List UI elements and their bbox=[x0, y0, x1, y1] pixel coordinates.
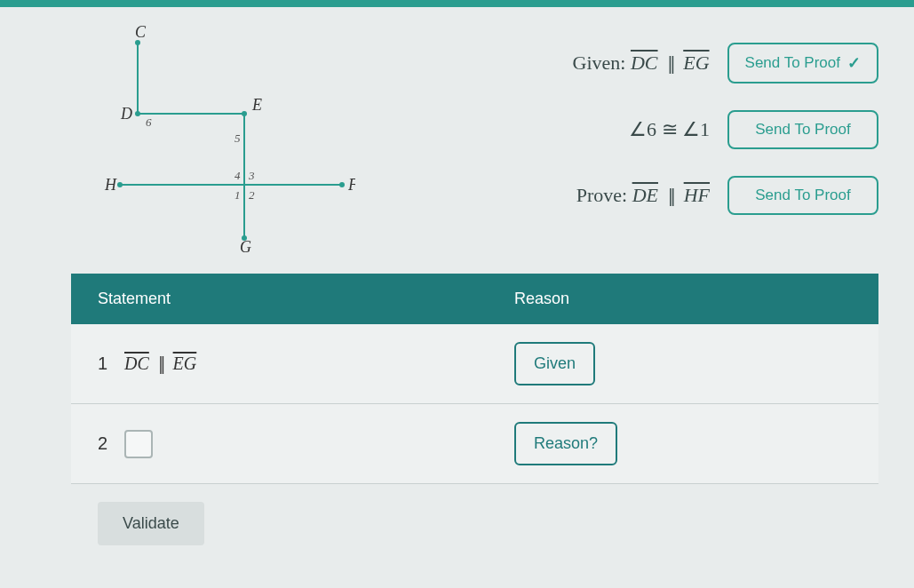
header-reason: Reason bbox=[514, 290, 852, 308]
givens-panel: Given: DC || EG Send To Proof ✓ ∠6 ≅ ∠1 … bbox=[391, 25, 878, 256]
reason-button-given[interactable]: Given bbox=[514, 342, 595, 385]
angle-1: 1 bbox=[234, 188, 241, 202]
prove-text: Prove: DE || HF bbox=[391, 184, 710, 207]
top-accent-bar bbox=[0, 0, 914, 7]
table-row: 1 DC || EG Given bbox=[71, 324, 878, 404]
row-statement-empty[interactable] bbox=[124, 430, 514, 458]
row-number: 2 bbox=[98, 433, 124, 454]
send-to-proof-button-2[interactable]: Send To Proof bbox=[727, 110, 878, 149]
prove-row: Prove: DE || HF Send To Proof bbox=[391, 176, 878, 215]
point-g: G bbox=[240, 238, 251, 256]
reason-button-empty[interactable]: Reason? bbox=[514, 422, 617, 465]
angle-3: 3 bbox=[248, 169, 255, 182]
given-row-1: Given: DC || EG Send To Proof ✓ bbox=[391, 43, 878, 83]
table-header: Statement Reason bbox=[71, 274, 878, 324]
angle-5: 5 bbox=[234, 131, 241, 145]
svg-point-9 bbox=[339, 182, 345, 187]
row-number: 1 bbox=[98, 354, 124, 374]
send-to-proof-button-1[interactable]: Send To Proof ✓ bbox=[727, 43, 878, 83]
header-statement: Statement bbox=[98, 290, 514, 308]
angle-4: 4 bbox=[234, 169, 241, 182]
table-row: 2 Reason? bbox=[71, 404, 878, 484]
given-2-text: ∠6 ≅ ∠1 bbox=[391, 118, 710, 141]
validate-button[interactable]: Validate bbox=[98, 502, 204, 545]
point-f: F bbox=[347, 176, 355, 194]
check-icon: ✓ bbox=[847, 53, 861, 73]
point-d: D bbox=[120, 105, 132, 123]
send-to-proof-button-3[interactable]: Send To Proof bbox=[727, 176, 878, 215]
angle-2: 2 bbox=[249, 188, 255, 202]
point-h: H bbox=[104, 176, 117, 194]
upper-section: C D E H F G 6 5 4 3 1 2 Given: DC || EG … bbox=[0, 7, 914, 274]
svg-point-3 bbox=[135, 111, 140, 116]
given-1-text: Given: DC || EG bbox=[391, 52, 710, 75]
proof-table: Statement Reason 1 DC || EG Given 2 Reas… bbox=[71, 274, 878, 484]
given-row-2: ∠6 ≅ ∠1 Send To Proof bbox=[391, 110, 878, 149]
point-e: E bbox=[251, 96, 262, 114]
point-c: C bbox=[135, 25, 147, 41]
empty-statement-box[interactable] bbox=[124, 430, 153, 458]
angle-6: 6 bbox=[146, 115, 152, 129]
svg-point-8 bbox=[117, 182, 123, 187]
row-statement: DC || EG bbox=[124, 354, 514, 374]
geometry-diagram: C D E H F G 6 5 4 3 1 2 bbox=[71, 25, 355, 256]
